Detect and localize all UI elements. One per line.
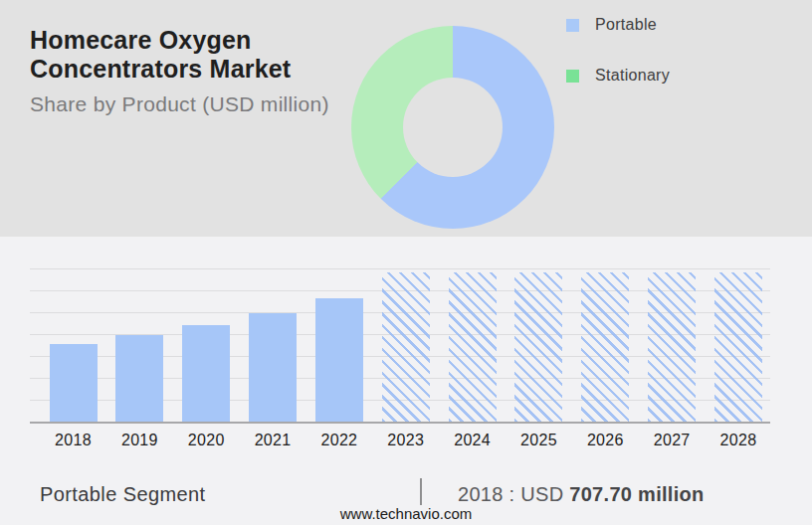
gridline <box>30 268 770 269</box>
legend-label: Stationary <box>595 67 670 85</box>
x-label-2019: 2019 <box>106 432 172 449</box>
bar-2019 <box>115 335 163 422</box>
x-axis-labels: 2018201920202021202220232024202520262027… <box>30 432 770 451</box>
segment-label: Portable Segment <box>40 483 206 506</box>
title-block: Homecare Oxygen Concentrators Market Sha… <box>30 26 338 116</box>
bar-2023 <box>382 272 430 422</box>
footer-divider <box>420 478 422 505</box>
bar-2022 <box>315 298 363 422</box>
header-section: Homecare Oxygen Concentrators Market Sha… <box>0 0 812 237</box>
donut-legend: PortableStationary <box>566 13 670 114</box>
legend-item-portable: Portable <box>566 13 670 37</box>
donut-chart <box>351 26 554 229</box>
bar-2021 <box>249 313 297 422</box>
x-label-2022: 2022 <box>306 432 372 449</box>
x-label-2020: 2020 <box>173 432 239 449</box>
donut-hole <box>403 78 503 177</box>
legend-swatch-icon <box>566 70 579 83</box>
x-label-2023: 2023 <box>373 432 439 449</box>
x-label-2028: 2028 <box>706 432 771 449</box>
page-subtitle: Share by Product (USD million) <box>30 92 338 116</box>
legend-item-stationary: Stationary <box>566 64 670 88</box>
value-bold: 707.70 million <box>569 483 704 505</box>
bar-2024 <box>449 272 497 422</box>
bar-chart-section: 2018201920202021202220232024202520262027… <box>0 237 812 525</box>
x-label-2025: 2025 <box>506 432 571 449</box>
page-title-line1: Homecare Oxygen <box>30 26 338 55</box>
page-title-line2: Concentrators Market <box>30 55 338 84</box>
x-label-2021: 2021 <box>240 432 305 449</box>
x-label-2018: 2018 <box>41 432 106 449</box>
bar-2018 <box>50 344 98 422</box>
x-label-2026: 2026 <box>572 432 638 449</box>
infographic-canvas: Homecare Oxygen Concentrators Market Sha… <box>0 0 812 525</box>
bar-2028 <box>714 272 762 422</box>
segment-value: 2018 : USD 707.70 million <box>458 483 705 506</box>
bar-2025 <box>514 272 562 422</box>
x-label-2027: 2027 <box>639 432 705 449</box>
legend-label: Portable <box>595 16 657 34</box>
bar-2020 <box>182 325 230 422</box>
bar-2026 <box>581 272 629 422</box>
bar-plot <box>30 268 770 424</box>
legend-swatch-icon <box>566 19 579 32</box>
x-label-2024: 2024 <box>440 432 506 449</box>
bar-2027 <box>648 272 696 422</box>
value-prefix: 2018 : USD <box>458 483 569 505</box>
website-link: www.technavio.com <box>0 505 812 522</box>
